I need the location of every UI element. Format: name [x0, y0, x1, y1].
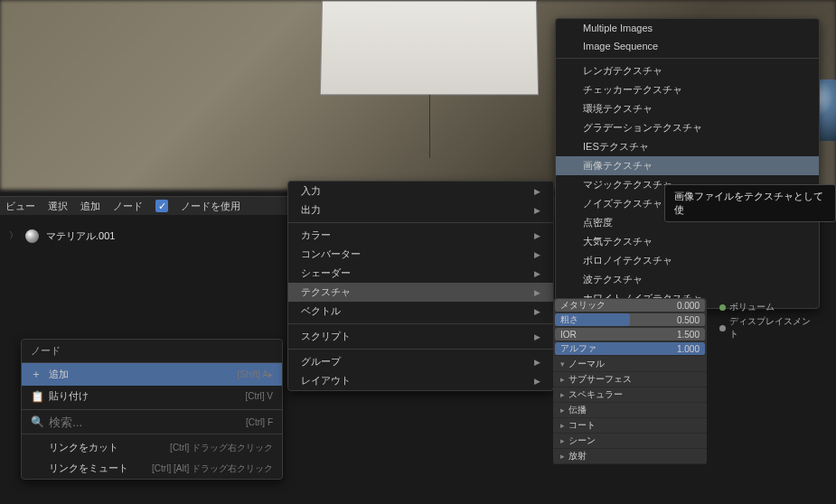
menu-node[interactable]: ノード — [113, 200, 143, 213]
node-context-menu: ノード ＋追加 [Shift] A▸ 📋貼り付け [Ctrl] V 🔍 [Ctr… — [21, 339, 283, 480]
category-item[interactable]: レイアウト▶ — [288, 371, 553, 390]
separator — [288, 323, 553, 324]
chevron-right-icon: ▶ — [534, 332, 540, 341]
socket-icon — [719, 304, 726, 311]
texture-item[interactable]: 画像テクスチャ — [556, 156, 819, 175]
principled-bsdf-node[interactable]: メタリック0.000 粗さ0.500 IOR1.500 アルファ1.000 ▾ノ… — [553, 298, 707, 464]
texture-item[interactable]: ボロノイテクスチャ — [556, 251, 819, 270]
separator — [288, 222, 553, 223]
separator — [556, 58, 819, 59]
texture-item[interactable]: Image Sequence — [556, 37, 819, 55]
chevron-right-icon: ▸ — [560, 390, 565, 399]
plus-icon: ＋ — [31, 367, 43, 382]
menu-title: ノード — [22, 340, 282, 363]
category-item[interactable]: コンバーター▶ — [288, 245, 553, 264]
material-output-node[interactable]: ボリューム ディスプレイスメント — [714, 300, 822, 341]
separator — [22, 409, 282, 410]
chevron-right-icon: ▶ — [534, 307, 540, 316]
category-item[interactable]: シェーダー▶ — [288, 264, 553, 283]
chevron-right-icon: ▶ — [534, 358, 540, 367]
shortcut-label: [Ctrl] V — [245, 391, 273, 401]
specular-section[interactable]: ▸スペキュラー — [553, 387, 707, 403]
roughness-slider[interactable]: 粗さ0.500 — [555, 313, 705, 327]
use-nodes-checkbox[interactable]: ✓ — [155, 200, 168, 212]
category-item[interactable]: スクリプト▶ — [288, 327, 553, 346]
emission-section[interactable]: ▸放射 — [553, 449, 707, 464]
cube-edge — [429, 95, 430, 158]
category-item[interactable]: ベクトル▶ — [288, 302, 553, 321]
category-item[interactable]: カラー▶ — [288, 226, 553, 245]
tooltip: 画像ファイルをテクスチャとして使 — [664, 184, 836, 222]
chevron-down-icon: ▾ — [560, 359, 565, 369]
volume-socket[interactable]: ボリューム — [714, 300, 822, 314]
transmission-section[interactable]: ▸伝播 — [553, 403, 707, 418]
texture-item[interactable]: レンガテクスチャ — [556, 61, 819, 80]
chevron-right-icon: ▶ — [534, 377, 540, 386]
alpha-slider[interactable]: アルファ1.000 — [555, 342, 705, 356]
texture-submenu: Multiple ImagesImage Sequenceレンガテクスチャチェッ… — [555, 18, 820, 309]
coat-section[interactable]: ▸コート — [553, 418, 707, 434]
ior-slider[interactable]: IOR1.500 — [555, 328, 705, 341]
subsurface-section[interactable]: ▸サブサーフェス — [553, 372, 707, 387]
chevron-right-icon: ▶ — [534, 269, 540, 278]
chevron-right-icon: ▸ — [560, 436, 565, 445]
category-item[interactable]: 入力▶ — [288, 182, 553, 201]
menu-view[interactable]: ビュー — [5, 200, 35, 213]
shortcut-label: [Ctrl] F — [246, 417, 273, 427]
socket-icon — [719, 325, 726, 331]
menu-add[interactable]: 追加 — [80, 200, 100, 213]
paste-icon: 📋 — [31, 390, 43, 403]
chevron-right-icon: ▸ — [560, 375, 565, 384]
menu-select[interactable]: 選択 — [48, 200, 68, 213]
search-icon: 🔍 — [31, 415, 43, 428]
category-item[interactable]: グループ▶ — [288, 352, 553, 371]
separator — [22, 434, 282, 434]
menu-paste-item[interactable]: 📋貼り付け [Ctrl] V — [22, 386, 282, 406]
chevron-right-icon: ▸ — [560, 406, 565, 415]
separator — [288, 349, 553, 350]
search-input[interactable] — [49, 415, 246, 429]
menu-cut-links-item[interactable]: リンクをカット [Ctrl] ドラッグ右クリック — [22, 437, 282, 458]
chevron-right-icon[interactable]: 〉 — [9, 229, 18, 242]
texture-item[interactable]: Multiple Images — [556, 19, 819, 37]
category-item[interactable]: テクスチャ▶ — [288, 283, 553, 302]
material-name[interactable]: マテリアル.001 — [46, 229, 115, 243]
texture-item[interactable]: チェッカーテクスチャ — [556, 80, 819, 99]
shortcut-label: [Shift] A▸ — [238, 369, 273, 379]
sheen-section[interactable]: ▸シーン — [553, 434, 707, 449]
menu-mute-links-item[interactable]: リンクをミュート [Ctrl] [Alt] ドラッグ右クリック — [22, 458, 282, 479]
chevron-right-icon: ▶ — [534, 187, 540, 196]
shortcut-label: [Ctrl] [Alt] ドラッグ右クリック — [152, 462, 273, 475]
chevron-right-icon: ▶ — [534, 288, 540, 297]
shortcut-label: [Ctrl] ドラッグ右クリック — [170, 442, 273, 454]
chevron-right-icon: ▶ — [534, 206, 540, 215]
chevron-right-icon: ▶ — [534, 250, 540, 259]
material-icon — [25, 229, 39, 243]
texture-item[interactable]: 波テクスチャ — [556, 270, 819, 289]
texture-item[interactable]: グラデーションテクスチャ — [556, 118, 819, 137]
use-nodes-label: ノードを使用 — [181, 200, 240, 213]
chevron-right-icon: ▸ — [560, 452, 565, 461]
chevron-right-icon: ▶ — [534, 231, 540, 240]
texture-item[interactable]: 環境テクスチャ — [556, 99, 819, 118]
metallic-slider[interactable]: メタリック0.000 — [555, 299, 705, 313]
category-item[interactable]: 出力▶ — [288, 201, 553, 219]
texture-item[interactable]: 大気テクスチャ — [556, 232, 819, 251]
menu-search-item[interactable]: 🔍 [Ctrl] F — [22, 413, 282, 431]
chevron-right-icon: ▸ — [560, 421, 565, 430]
add-category-menu: 入力▶出力▶カラー▶コンバーター▶シェーダー▶テクスチャ▶ベクトル▶スクリプト▶… — [287, 181, 554, 391]
mesh-cube — [320, 1, 539, 96]
displacement-socket[interactable]: ディスプレイスメント — [714, 314, 822, 341]
texture-item[interactable]: IESテクスチャ — [556, 137, 819, 156]
normal-input[interactable]: ▾ノーマル — [553, 357, 707, 372]
menu-add-item[interactable]: ＋追加 [Shift] A▸ — [22, 363, 282, 386]
